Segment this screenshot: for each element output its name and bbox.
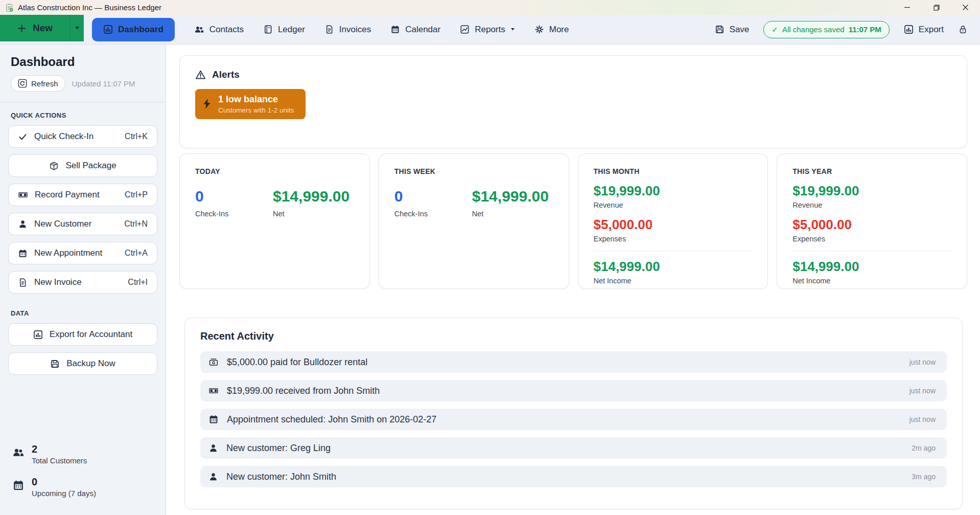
new-dropdown-caret[interactable] [69,15,84,41]
backup-now-button[interactable]: Backup Now [8,352,157,375]
bar-chart-icon [33,330,43,340]
revenue-value: $19,999.00 [792,183,951,198]
shortcut-label: Ctrl+N [124,219,148,229]
new-customer-button[interactable]: New Customer Ctrl+N [8,213,157,235]
checkins-value: 0 [195,188,273,205]
upcoming-stat: 0 Upcoming (7 days) [12,476,157,498]
alerts-card: Alerts 1 low balance Customers with 1-2 … [179,55,967,148]
tab-invoices[interactable]: Invoices [324,25,371,35]
check-icon: ✓ [772,25,778,34]
tab-contacts[interactable]: Contacts [194,25,244,35]
activity-row: New customer: Greg Ling 2m ago [200,437,947,459]
chevron-down-icon [510,28,515,31]
person-icon [18,219,28,229]
app-logo-icon [5,3,14,12]
stat-value: 2 [32,443,87,455]
expenses-label: Expenses [594,235,753,243]
tab-dashboard[interactable]: Dashboard [92,18,175,41]
save-button[interactable]: Save [715,25,750,35]
revenue-value: $19,999.00 [594,183,753,198]
new-appointment-button[interactable]: New Appointment Ctrl+A [8,242,157,264]
restore-button[interactable] [922,0,951,15]
lock-button[interactable] [958,25,968,34]
person-icon [208,443,218,453]
quick-check-in-button[interactable]: Quick Check-In Ctrl+K [8,125,157,148]
tab-reports[interactable]: Reports [460,25,515,35]
stat-card-today: TODAY 0 Check-Ins $14,999.00 Net [179,153,370,289]
alert-chip-subtitle: Customers with 1-2 units [218,106,294,114]
window-controls [893,0,980,15]
top-nav: New Dashboard Contacts [0,15,980,44]
activity-time: 2m ago [912,444,936,452]
minimize-button[interactable] [893,0,922,15]
sidebar-footer: 2 Total Customers 0 Upcoming [8,443,157,509]
expenses-value: $5,000.00 [594,217,753,232]
new-invoice-button[interactable]: New Invoice Ctrl+I [8,271,157,294]
total-customers-stat: 2 Total Customers [12,443,157,465]
card-divider [594,251,753,251]
activity-row: New customer: John Smith 3m ago [200,466,947,487]
gear-icon [534,25,544,34]
window-title: Atlas Construction Inc — Business Ledger [18,3,161,12]
low-balance-alert-chip[interactable]: 1 low balance Customers with 1-2 units [195,89,306,119]
tab-more[interactable]: More [534,25,569,35]
document-icon [18,278,28,287]
stat-card-this-week: THIS WEEK 0 Check-Ins $14,999.00 Net [379,153,569,289]
refresh-icon [18,79,27,88]
new-button[interactable]: New [0,15,69,41]
sidebar-divider [0,102,166,102]
record-payment-button[interactable]: Record Payment Ctrl+P [8,184,157,206]
net-value: $14,999.00 [273,188,349,205]
person-icon [208,472,218,482]
ledger-icon [263,25,273,34]
period-label: THIS WEEK [394,167,553,175]
package-icon [49,161,59,171]
quick-actions-header: QUICK ACTIONS [11,111,157,119]
banknote-icon [208,386,219,396]
activity-row: Appointment scheduled: John Smith on 202… [200,409,947,430]
stats-row: TODAY 0 Check-Ins $14,999.00 Net THIS WE… [179,153,967,289]
checkins-label: Check-Ins [195,210,273,218]
recent-activity-card: Recent Activity $5,000.00 paid for Bulld… [184,318,963,509]
net-income-label: Net Income [792,277,951,285]
activity-text: New customer: John Smith [226,472,336,482]
tab-calendar[interactable]: Calendar [390,25,440,35]
refresh-button[interactable]: Refresh [11,75,65,92]
expenses-label: Expenses [792,235,951,243]
saved-time: 11:07 PM [849,25,881,34]
activity-text: New customer: Greg Ling [226,443,331,454]
close-button[interactable] [951,0,980,15]
calendar-icon [208,414,219,424]
activity-row: $19,999.00 received from John Smith just… [200,380,947,401]
new-split-button: New [0,15,84,41]
export-button[interactable]: Export [904,25,944,35]
period-label: TODAY [195,167,354,175]
plus-icon [17,24,27,33]
title-bar: Atlas Construction Inc — Business Ledger [0,0,980,15]
card-divider [792,251,951,251]
contacts-icon [194,25,204,35]
activity-time: just now [909,415,936,423]
net-income-label: Net Income [594,277,753,285]
export-accountant-button[interactable]: Export for Accountant [8,323,157,346]
calendar-icon [390,25,400,34]
sell-package-button[interactable]: Sell Package [8,154,157,177]
bolt-icon [202,98,212,109]
shortcut-label: Ctrl+A [125,249,148,258]
revenue-label: Revenue [792,201,951,209]
tab-ledger[interactable]: Ledger [263,25,305,35]
calendar-icon [18,249,28,258]
net-label: Net [472,210,549,218]
stat-value: 0 [32,476,96,487]
activity-text: $19,999.00 received from John Smith [227,386,380,396]
checkins-label: Check-Ins [394,210,472,218]
stat-label: Upcoming (7 days) [32,489,96,498]
money-out-icon [208,357,219,367]
revenue-label: Revenue [594,201,753,209]
activity-row: $5,000.00 paid for Bulldozer rental just… [200,351,947,373]
activity-time: just now [909,387,936,395]
floppy-icon [50,359,60,369]
expenses-value: $5,000.00 [792,217,951,232]
alert-chip-title: 1 low balance [218,94,294,105]
dashboard-icon [103,25,113,34]
